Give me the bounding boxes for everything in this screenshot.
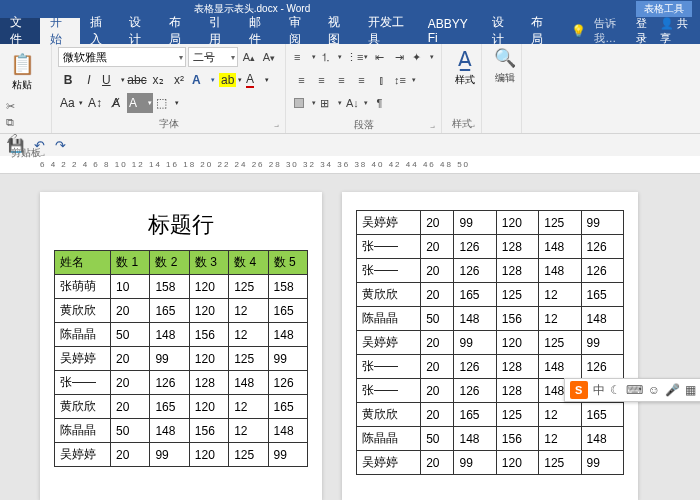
table-cell[interactable]: 99 — [454, 451, 496, 475]
table-cell[interactable]: 125 — [229, 443, 268, 467]
multilevel-list-button[interactable]: ⋮≡ — [344, 47, 369, 67]
table-cell[interactable]: 165 — [150, 299, 189, 323]
table-cell[interactable]: 125 — [496, 403, 538, 427]
table-cell[interactable]: 张—— — [357, 379, 421, 403]
table-cell[interactable]: 126 — [581, 235, 623, 259]
table-cell[interactable]: 20 — [421, 451, 454, 475]
table-cell[interactable]: 158 — [150, 275, 189, 299]
table-cell[interactable]: 126 — [581, 259, 623, 283]
table-row[interactable]: 张萌萌10158120125158 — [55, 275, 308, 299]
table-cell[interactable]: 165 — [150, 395, 189, 419]
table-cell[interactable]: 156 — [189, 419, 228, 443]
table-cell[interactable]: 12 — [229, 323, 268, 347]
table-cell[interactable]: 20 — [421, 403, 454, 427]
italic-button[interactable]: I — [79, 70, 99, 90]
table-header-cell[interactable]: 数 2 — [150, 251, 189, 275]
table-row[interactable]: 陈晶晶5014815612148 — [357, 427, 624, 451]
table-cell[interactable]: 165 — [268, 299, 307, 323]
table-row[interactable]: 黄欣欣2016512512165 — [357, 403, 624, 427]
underline-button[interactable]: U — [100, 70, 126, 90]
table-cell[interactable]: 99 — [268, 347, 307, 371]
table-cell[interactable]: 156 — [496, 427, 538, 451]
table-cell[interactable]: 120 — [189, 275, 228, 299]
table-cell[interactable]: 吴婷婷 — [55, 347, 111, 371]
table-cell[interactable]: 20 — [421, 283, 454, 307]
align-left-button[interactable]: ≡ — [292, 70, 311, 90]
table-row[interactable]: 张——20126128148126 — [357, 355, 624, 379]
table-cell[interactable]: 128 — [189, 371, 228, 395]
distributed-button[interactable]: ⫿ — [372, 70, 391, 90]
table-row[interactable]: 陈晶晶5014815612148 — [357, 307, 624, 331]
table-cell[interactable]: 99 — [150, 347, 189, 371]
line-spacing-button[interactable]: ↕≡ — [392, 70, 417, 90]
table-cell[interactable]: 120 — [189, 443, 228, 467]
table-cell[interactable]: 张—— — [55, 371, 111, 395]
table-cell[interactable]: 50 — [111, 419, 150, 443]
enclose-char-button[interactable]: A — [127, 93, 153, 113]
table-header-cell[interactable]: 数 3 — [189, 251, 228, 275]
table-cell[interactable]: 125 — [496, 283, 538, 307]
table-cell[interactable]: 吴婷婷 — [357, 451, 421, 475]
table-cell[interactable]: 148 — [454, 307, 496, 331]
table-cell[interactable]: 黄欣欣 — [357, 403, 421, 427]
table-cell[interactable]: 20 — [111, 371, 150, 395]
decrease-indent-button[interactable]: ⇤ — [370, 47, 389, 67]
table-cell[interactable]: 120 — [189, 299, 228, 323]
table-cell[interactable]: 99 — [150, 443, 189, 467]
char-border-button[interactable]: ⬚ — [154, 93, 180, 113]
table-row[interactable]: 黄欣欣2016512512165 — [357, 283, 624, 307]
table-cell[interactable]: 50 — [111, 323, 150, 347]
tab-abbyy[interactable]: ABBYY Fi — [418, 18, 482, 44]
table-cell[interactable]: 陈晶晶 — [55, 323, 111, 347]
table-cell[interactable]: 148 — [539, 259, 581, 283]
table-cell[interactable]: 20 — [421, 259, 454, 283]
login-button[interactable]: 登录 — [636, 16, 653, 46]
table-cell[interactable]: 125 — [229, 347, 268, 371]
table-cell[interactable]: 165 — [454, 403, 496, 427]
paste-button[interactable]: 📋 粘贴 — [6, 47, 38, 97]
table-cell[interactable]: 99 — [581, 211, 623, 235]
bullets-button[interactable]: ≡ — [292, 47, 317, 67]
table-cell[interactable]: 吴婷婷 — [55, 443, 111, 467]
copy-button[interactable]: ⧉ — [6, 116, 17, 129]
table-cell[interactable]: 165 — [581, 283, 623, 307]
align-right-button[interactable]: ≡ — [332, 70, 351, 90]
table-cell[interactable]: 148 — [454, 427, 496, 451]
table-cell[interactable]: 陈晶晶 — [357, 427, 421, 451]
table-cell[interactable]: 20 — [111, 443, 150, 467]
horizontal-ruler[interactable]: 6 4 2 2 4 6 8 10 12 14 16 18 20 22 24 26… — [0, 156, 700, 174]
table-row[interactable]: 陈晶晶5014815612148 — [55, 419, 308, 443]
table-cell[interactable]: 126 — [454, 235, 496, 259]
table-cell[interactable]: 165 — [581, 403, 623, 427]
table-cell[interactable]: 148 — [268, 419, 307, 443]
table-cell[interactable]: 148 — [150, 323, 189, 347]
table-header-cell[interactable]: 数 1 — [111, 251, 150, 275]
table-cell[interactable]: 128 — [496, 235, 538, 259]
table-cell[interactable]: 120 — [496, 211, 538, 235]
ime-lang-button[interactable]: 中 — [593, 382, 605, 399]
numbering-button[interactable]: ⒈ — [318, 47, 343, 67]
borders-button[interactable]: ⊞ — [318, 93, 343, 113]
tab-insert[interactable]: 插入 — [80, 18, 120, 44]
table-header-cell[interactable]: 数 4 — [229, 251, 268, 275]
ime-moon-icon[interactable]: ☾ — [610, 383, 621, 397]
tab-developer[interactable]: 开发工具 — [358, 18, 418, 44]
table-cell[interactable]: 12 — [229, 299, 268, 323]
ime-more-icon[interactable]: ▦ — [685, 383, 696, 397]
table-cell[interactable]: 99 — [268, 443, 307, 467]
table-cell[interactable]: 125 — [539, 331, 581, 355]
table-cell[interactable]: 126 — [268, 371, 307, 395]
tab-design[interactable]: 设计 — [119, 18, 159, 44]
strikethrough-button[interactable]: abc — [127, 70, 147, 90]
table-cell[interactable]: 黄欣欣 — [55, 395, 111, 419]
justify-button[interactable]: ≡ — [352, 70, 371, 90]
align-center-button[interactable]: ≡ — [312, 70, 331, 90]
table-cell[interactable]: 12 — [539, 283, 581, 307]
table-cell[interactable]: 12 — [539, 307, 581, 331]
tab-layout[interactable]: 布局 — [159, 18, 199, 44]
table-cell[interactable]: 张—— — [357, 235, 421, 259]
tab-view[interactable]: 视图 — [318, 18, 358, 44]
table-cell[interactable]: 148 — [581, 307, 623, 331]
table-cell[interactable]: 165 — [454, 283, 496, 307]
clear-formatting-button[interactable]: A̸ — [106, 93, 126, 113]
